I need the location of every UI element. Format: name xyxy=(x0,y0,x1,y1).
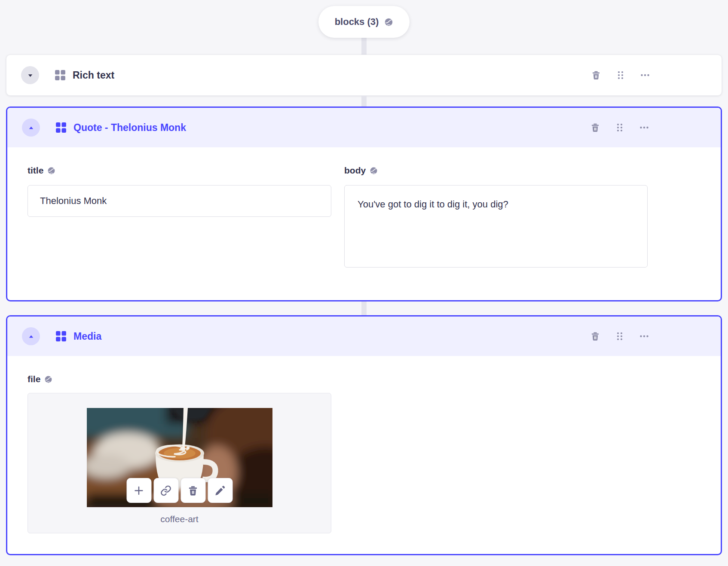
drag-handle-icon xyxy=(615,122,625,133)
dynamic-zone-pill: blocks (3) xyxy=(318,6,410,38)
delete-block-button[interactable] xyxy=(590,331,600,341)
block-media-header: Media xyxy=(7,316,721,356)
plus-icon xyxy=(133,485,145,496)
pencil-icon xyxy=(214,485,226,496)
block-title: Quote - Thelonius Monk xyxy=(73,122,186,134)
component-grid-icon xyxy=(55,122,67,133)
trash-icon xyxy=(591,70,601,80)
field-label-text: title xyxy=(28,165,43,176)
collapse-toggle-button[interactable] xyxy=(21,66,39,84)
block-actions xyxy=(590,331,649,341)
drag-handle[interactable] xyxy=(615,122,625,133)
edit-media-button[interactable] xyxy=(208,478,232,503)
block-media: Media file xyxy=(6,315,722,555)
field-file-label: file xyxy=(28,374,700,384)
collapse-toggle-button[interactable] xyxy=(22,119,40,137)
component-grid-icon xyxy=(55,331,67,342)
field-body-label: body xyxy=(344,165,648,176)
trash-icon xyxy=(187,485,199,496)
delete-block-button[interactable] xyxy=(590,122,600,133)
collapse-toggle-button[interactable] xyxy=(22,327,40,345)
media-toolbar xyxy=(126,478,232,503)
block-title: Media xyxy=(73,331,101,342)
media-thumbnail xyxy=(87,408,272,507)
dynamic-zone: blocks (3) Rich text xyxy=(0,0,728,566)
globe-icon xyxy=(370,167,378,175)
link-icon xyxy=(160,485,172,496)
block-title: Rich text xyxy=(73,70,114,81)
connector-line xyxy=(361,96,367,107)
copy-link-button[interactable] xyxy=(153,478,178,503)
delete-block-button[interactable] xyxy=(591,70,601,80)
field-label-text: body xyxy=(344,165,366,176)
connector-line xyxy=(361,38,367,55)
media-filename: coffee-art xyxy=(160,514,198,524)
field-title: title xyxy=(28,165,331,269)
drag-handle-icon xyxy=(615,70,626,80)
title-input[interactable] xyxy=(28,185,331,217)
drag-handle-icon xyxy=(615,331,625,341)
more-options-button[interactable] xyxy=(640,70,650,80)
dynamic-zone-pill-label: blocks (3) xyxy=(335,16,379,27)
chevron-up-icon xyxy=(27,124,35,132)
trash-icon xyxy=(590,122,600,133)
component-grid-icon xyxy=(55,70,66,81)
delete-media-button[interactable] xyxy=(180,478,205,503)
globe-icon xyxy=(384,18,393,27)
block-actions xyxy=(591,70,650,80)
drag-handle[interactable] xyxy=(615,70,626,80)
drag-handle[interactable] xyxy=(615,331,625,341)
add-media-button[interactable] xyxy=(126,478,151,503)
more-options-icon xyxy=(639,331,649,341)
block-rich-text-header: Rich text xyxy=(6,55,722,95)
block-media-content: file xyxy=(7,356,721,554)
globe-icon xyxy=(47,167,55,175)
field-label-text: file xyxy=(28,374,40,384)
block-quote-header: Quote - Thelonius Monk xyxy=(7,108,721,147)
more-options-icon xyxy=(639,122,649,133)
chevron-down-icon xyxy=(26,71,34,79)
media-file-card: coffee-art xyxy=(28,393,331,533)
globe-icon xyxy=(44,375,52,383)
block-quote-content: title body You've got to dig it to dig i… xyxy=(7,147,721,300)
more-options-icon xyxy=(640,70,650,80)
more-options-button[interactable] xyxy=(639,331,649,341)
field-body: body You've got to dig it to dig it, you… xyxy=(344,165,648,269)
trash-icon xyxy=(590,331,600,341)
field-title-label: title xyxy=(28,165,331,176)
block-rich-text: Rich text xyxy=(6,55,722,96)
body-textarea[interactable]: You've got to dig it to dig it, you dig? xyxy=(344,185,648,268)
more-options-button[interactable] xyxy=(639,122,649,133)
block-quote: Quote - Thelonius Monk title xyxy=(6,107,722,301)
chevron-up-icon xyxy=(27,332,35,341)
connector-line xyxy=(361,301,367,315)
block-actions xyxy=(590,122,649,133)
